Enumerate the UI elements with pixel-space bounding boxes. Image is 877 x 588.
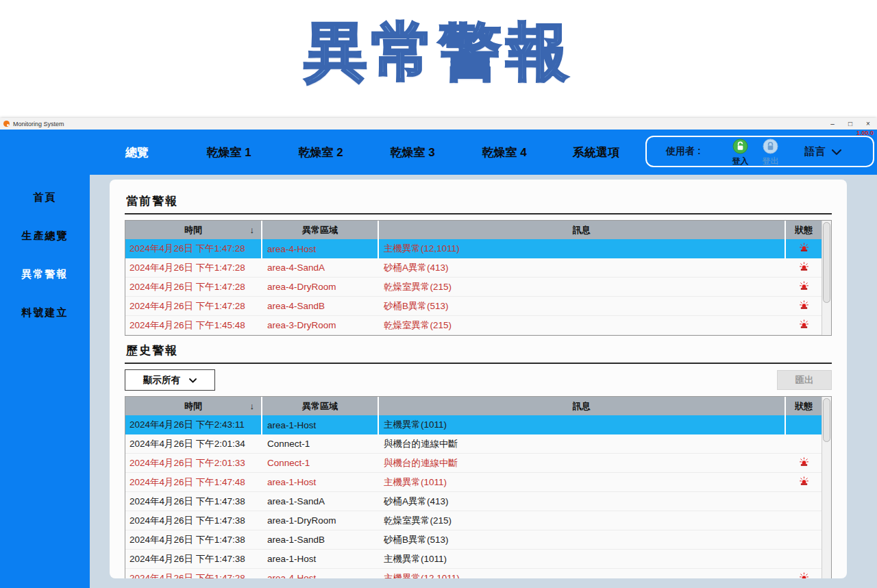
alarm-message: 砂桶B異常(513) (379, 297, 786, 315)
alarm-status (786, 415, 822, 434)
filter-dropdown[interactable]: 顯示所有 (125, 369, 215, 391)
alarm-message: 乾燥室異常(215) (379, 278, 786, 296)
alarm-status (786, 297, 822, 315)
column-header-time[interactable]: 時間 ↓ (125, 397, 262, 415)
tab-dryroom-2[interactable]: 乾燥室 2 (286, 145, 355, 160)
window-titlebar: Monitoring System – □ × (0, 118, 877, 130)
table-row[interactable]: 2024年4月26日 下午1:47:28 area-4-SandB 砂桶B異常(… (125, 297, 822, 316)
logout-button[interactable]: 登出 (763, 138, 779, 165)
alarm-status (786, 511, 822, 530)
page-title: 異常警報 (0, 10, 877, 95)
alarm-message: 砂桶A異常(413) (379, 492, 786, 511)
alarm-status (786, 569, 822, 578)
language-selector[interactable]: 語言 (805, 145, 841, 158)
unlock-icon (732, 138, 748, 156)
alarm-area: Connect-1 (262, 434, 379, 453)
current-alarms-scrollbar[interactable] (822, 221, 831, 335)
table-row[interactable]: 2024年4月26日 下午1:47:48 area-1-Host 主機異常(10… (125, 473, 822, 492)
column-header-status: 狀態 (786, 221, 822, 239)
siren-alarm-icon (799, 243, 809, 255)
alarm-status (786, 258, 822, 277)
alarm-panel: 當前警報 時間 ↓ 異常區域 訊息 狀態 (110, 180, 847, 578)
siren-alarm-icon (799, 476, 809, 489)
alarm-time: 2024年4月26日 下午1:47:28 (125, 258, 262, 277)
alarm-area: Connect-1 (262, 454, 379, 472)
alarm-message: 主機異常(12,1011) (379, 569, 786, 578)
alarm-message: 砂桶A異常(413) (379, 258, 786, 277)
alarm-status (786, 434, 822, 453)
content-area: 當前警報 時間 ↓ 異常區域 訊息 狀態 (90, 175, 877, 588)
login-button[interactable]: 登入 (732, 138, 749, 165)
sidebar-item-home[interactable]: 首頁 (34, 191, 57, 204)
table-row[interactable]: 2024年4月26日 下午1:47:28 area-4-Host 主機異常(12… (125, 239, 822, 258)
tab-dryroom-1[interactable]: 乾燥室 1 (195, 145, 263, 160)
table-row[interactable]: 2024年4月26日 下午1:45:48 area-3-DryRoom 乾燥室異… (125, 316, 822, 335)
current-alarms-header: 時間 ↓ 異常區域 訊息 狀態 (125, 221, 822, 239)
column-header-message: 訊息 (379, 221, 786, 239)
history-alarms-scrollbar[interactable] (822, 397, 831, 578)
alarm-message: 乾燥室異常(215) (379, 511, 786, 530)
window-title: Monitoring System (13, 121, 64, 127)
alarm-area: area-4-Host (262, 569, 379, 578)
table-row[interactable]: 2024年4月26日 下午2:01:34 Connect-1 與機台的連線中斷 (125, 434, 822, 454)
sidebar-item-production-overview[interactable]: 生產總覽 (22, 230, 69, 243)
tab-system-options[interactable]: 系統選項 (562, 145, 630, 160)
alarm-time: 2024年4月26日 下午1:47:38 (125, 492, 262, 511)
scrollbar-thumb[interactable] (823, 222, 830, 303)
alarm-time: 2024年4月26日 下午1:47:38 (125, 530, 262, 549)
table-row[interactable]: 2024年4月26日 下午2:43:11 area-1-Host 主機異常(10… (125, 415, 822, 434)
history-alarms-header: 時間 ↓ 異常區域 訊息 狀態 (125, 397, 822, 415)
alarm-time: 2024年4月26日 下午1:47:28 (125, 297, 262, 315)
close-button[interactable]: × (859, 118, 877, 130)
alarm-message: 主機異常(12,1011) (379, 239, 786, 258)
alarm-time: 2024年4月26日 下午1:47:28 (125, 278, 262, 296)
scrollbar-thumb[interactable] (823, 398, 830, 442)
table-row[interactable]: 2024年4月26日 下午1:47:38 area-1-DryRoom 乾燥室異… (125, 511, 822, 530)
current-alarms-table: 時間 ↓ 異常區域 訊息 狀態 2024年4月26日 下午1:47:28 are… (125, 220, 832, 336)
table-row[interactable]: 2024年4月26日 下午1:47:28 area-4-Host 主機異常(12… (125, 569, 822, 578)
app-window: Monitoring System – □ × 1.00.0 總覽 乾燥室 1 … (0, 118, 877, 588)
table-row[interactable]: 2024年4月26日 下午1:47:38 area-1-SandB 砂桶B異常(… (125, 530, 822, 550)
alarm-status (786, 473, 822, 491)
table-row[interactable]: 2024年4月26日 下午1:47:38 area-1-Host 主機異常(10… (125, 550, 822, 569)
current-alarms-rows: 2024年4月26日 下午1:47:28 area-4-Host 主機異常(12… (125, 239, 822, 335)
alarm-area: area-3-DryRoom (262, 316, 379, 334)
user-panel: 使用者 : 登入 (645, 136, 874, 167)
alarm-time: 2024年4月26日 下午1:47:38 (125, 550, 262, 568)
table-row[interactable]: 2024年4月26日 下午1:47:38 area-1-SandA 砂桶A異常(… (125, 492, 822, 511)
alarm-message: 主機異常(1011) (379, 550, 786, 568)
alarm-status (786, 278, 822, 296)
history-controls: 顯示所有 匯出 (125, 369, 832, 391)
alarm-status (786, 239, 822, 258)
alarm-area: area-4-DryRoom (262, 278, 379, 296)
column-header-time[interactable]: 時間 ↓ (125, 221, 262, 239)
maximize-button[interactable]: □ (841, 118, 859, 130)
siren-alarm-icon (799, 281, 809, 293)
sidebar-item-abnormal-alarm[interactable]: 異常警報 (22, 268, 69, 281)
chevron-down-icon (189, 375, 197, 385)
app-body: 首頁 生產總覽 異常警報 料號建立 當前警報 時間 ↓ (0, 175, 877, 588)
table-row[interactable]: 2024年4月26日 下午2:01:33 Connect-1 與機台的連線中斷 (125, 454, 822, 473)
sidebar-item-part-number-create[interactable]: 料號建立 (22, 306, 69, 319)
table-row[interactable]: 2024年4月26日 下午1:47:28 area-4-DryRoom 乾燥室異… (125, 278, 822, 297)
alarm-area: area-4-SandA (262, 258, 379, 277)
minimize-button[interactable]: – (824, 118, 841, 130)
nav-tabs: 總覽 乾燥室 1 乾燥室 2 乾燥室 3 乾燥室 4 系統選項 (103, 145, 630, 160)
alarm-message: 與機台的連線中斷 (379, 434, 786, 453)
siren-alarm-icon (799, 262, 809, 274)
column-header-area: 異常區域 (262, 221, 379, 239)
alarm-message: 與機台的連線中斷 (379, 454, 786, 472)
tab-dryroom-4[interactable]: 乾燥室 4 (470, 145, 539, 160)
table-row[interactable]: 2024年4月26日 下午1:47:28 area-4-SandA 砂桶A異常(… (125, 258, 822, 278)
tab-dryroom-3[interactable]: 乾燥室 3 (378, 145, 447, 160)
alarm-message: 主機異常(1011) (379, 473, 786, 491)
alarm-time: 2024年4月26日 下午1:47:48 (125, 473, 262, 491)
alarm-status (786, 550, 822, 568)
alarm-time: 2024年4月26日 下午1:47:38 (125, 511, 262, 530)
alarm-time: 2024年4月26日 下午2:01:34 (125, 434, 262, 453)
export-button[interactable]: 匯出 (777, 370, 832, 390)
alarm-status (786, 530, 822, 549)
tab-overview[interactable]: 總覽 (103, 145, 171, 160)
column-header-time-label: 時間 (184, 400, 202, 413)
lock-icon (763, 138, 778, 156)
